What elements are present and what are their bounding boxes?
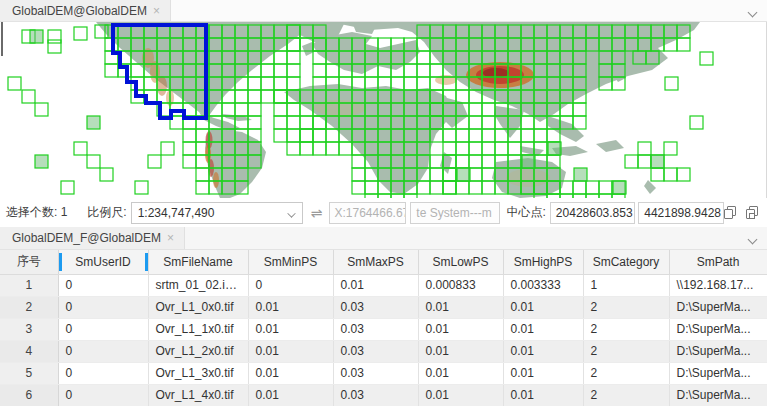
dem-tile-cell[interactable] (404, 194, 417, 198)
column-header-SmPath[interactable]: SmPath (669, 250, 767, 274)
dem-tile-cell[interactable] (651, 155, 664, 168)
dem-tile-cell[interactable] (482, 155, 495, 168)
column-header-rownum[interactable]: 序号 (0, 250, 58, 274)
dem-tile-cell[interactable] (573, 103, 586, 116)
table-cell[interactable]: 0.01 (248, 384, 333, 406)
row-number-cell[interactable]: 5 (0, 362, 58, 384)
table-cell[interactable]: Ovr_L1_3x0.tif (148, 362, 248, 384)
dem-tile-cell[interactable] (287, 103, 300, 116)
panel-collapse-button[interactable] (749, 232, 757, 240)
dem-tile-cell[interactable] (430, 181, 443, 194)
dem-tile-cell[interactable] (612, 194, 625, 198)
table-cell[interactable]: 0.01 (248, 340, 333, 362)
column-header-SmUserID[interactable]: SmUserID (58, 250, 148, 274)
table-cell[interactable]: Ovr_L1_2x0.tif (148, 340, 248, 362)
table-cell[interactable]: 0.03 (333, 362, 418, 384)
dem-tile-cell[interactable] (183, 129, 196, 142)
table-cell[interactable]: 2 (583, 384, 669, 406)
table-cell[interactable]: 0 (58, 318, 148, 340)
dem-tile-cell[interactable] (469, 103, 482, 116)
table-cell[interactable]: 0 (58, 340, 148, 362)
row-number-cell[interactable]: 2 (0, 296, 58, 318)
dem-tile-cell[interactable] (135, 181, 148, 194)
dem-tile-cell[interactable] (183, 155, 196, 168)
dem-tile-cell[interactable] (287, 116, 300, 129)
dem-tile-cell[interactable] (287, 77, 300, 90)
table-cell[interactable]: 0 (58, 384, 148, 406)
dem-tile-cell[interactable] (313, 142, 326, 155)
dem-tile-cell[interactable] (326, 142, 339, 155)
dem-tile-cell[interactable] (599, 181, 612, 194)
dem-tile-cell[interactable] (248, 90, 261, 103)
tab-map-view[interactable]: GlobalDEM@GlobalDEM × (0, 0, 171, 21)
dem-tile-cell[interactable] (456, 142, 469, 155)
dem-tile-cell[interactable] (87, 116, 100, 129)
table-cell[interactable]: 0.01 (248, 362, 333, 384)
dem-tile-cell[interactable] (87, 155, 100, 168)
dem-tile-cell[interactable] (248, 116, 261, 129)
dem-tile-cell[interactable] (261, 90, 274, 103)
panel-collapse-button[interactable] (749, 5, 757, 13)
dem-tile-cell[interactable] (574, 168, 587, 181)
table-cell[interactable]: 0.01 (248, 318, 333, 340)
dem-tile-cell[interactable] (105, 64, 118, 77)
table-cell[interactable]: 0.03 (333, 318, 418, 340)
dem-tile-cell[interactable] (183, 142, 196, 155)
table-cell[interactable]: 2 (583, 362, 669, 384)
swap-axes-icon[interactable]: ⇌ (311, 205, 323, 221)
row-number-cell[interactable]: 4 (0, 340, 58, 362)
dem-tile-cell[interactable] (430, 168, 443, 181)
column-header-SmLowPS[interactable]: SmLowPS (418, 250, 503, 274)
dem-tile-cell[interactable] (508, 142, 521, 155)
dem-tile-cell[interactable] (456, 129, 469, 142)
dem-tile-cell[interactable] (274, 51, 287, 64)
dem-tile-cell[interactable] (287, 64, 300, 77)
dem-tile-cell[interactable] (613, 181, 626, 194)
table-cell[interactable]: 0.03 (333, 384, 418, 406)
dem-tile-cell[interactable] (274, 116, 287, 129)
table-cell[interactable]: 0.01 (418, 296, 503, 318)
dem-tile-cell[interactable] (222, 103, 235, 116)
dem-tile-cell[interactable] (339, 142, 352, 155)
dem-tile-cell[interactable] (148, 155, 161, 168)
copy-coordinates-icon[interactable] (746, 206, 759, 220)
dem-tile-cell[interactable] (677, 38, 690, 51)
table-cell[interactable]: D:\SuperMa... (669, 362, 767, 384)
dem-tile-cell[interactable] (560, 194, 573, 198)
dem-tile-cell[interactable] (638, 155, 651, 168)
dem-tile-cell[interactable] (456, 181, 469, 194)
dem-tile-cell[interactable] (457, 168, 470, 181)
dem-tile-cell[interactable] (74, 27, 87, 40)
dem-tile-cell[interactable] (352, 181, 365, 194)
table-cell[interactable]: 1 (583, 274, 669, 296)
dem-tile-cell[interactable] (469, 142, 482, 155)
dem-tile-cell[interactable] (235, 103, 248, 116)
dem-tile-cell[interactable] (100, 168, 113, 181)
table-cell[interactable]: 0.000833 (418, 274, 503, 296)
dem-tile-cell[interactable] (482, 181, 495, 194)
dem-tile-cell[interactable] (8, 77, 21, 90)
dem-tile-cell[interactable] (300, 116, 313, 129)
table-cell[interactable]: 0.01 (418, 384, 503, 406)
dem-tile-cell[interactable] (573, 181, 586, 194)
table-cell[interactable]: 0.01 (503, 318, 583, 340)
dem-tile-cell[interactable] (430, 64, 443, 77)
dem-tile-cell[interactable] (443, 181, 456, 194)
column-header-SmFileName[interactable]: SmFileName (148, 250, 248, 274)
dem-tile-cell[interactable] (74, 142, 87, 155)
dem-tile-cell[interactable] (313, 64, 326, 77)
dem-tile-cell[interactable] (30, 30, 43, 43)
table-cell[interactable]: 0.01 (503, 296, 583, 318)
table-cell[interactable]: 2 (583, 296, 669, 318)
dem-tile-cell[interactable] (274, 64, 287, 77)
dem-tile-cell[interactable] (274, 77, 287, 90)
table-cell[interactable]: Ovr_L1_0x0.tif (148, 296, 248, 318)
table-cell[interactable]: 0.01 (503, 362, 583, 384)
table-cell[interactable]: 0.01 (418, 362, 503, 384)
dem-tile-cell[interactable] (548, 142, 561, 155)
dem-tile-cell[interactable] (677, 168, 690, 181)
table-row[interactable]: 40Ovr_L1_2x0.tif0.010.030.010.012D:\Supe… (0, 340, 767, 362)
dem-tile-cell[interactable] (196, 168, 209, 181)
row-number-cell[interactable]: 1 (0, 274, 58, 296)
dem-tile-cell[interactable] (48, 40, 61, 53)
